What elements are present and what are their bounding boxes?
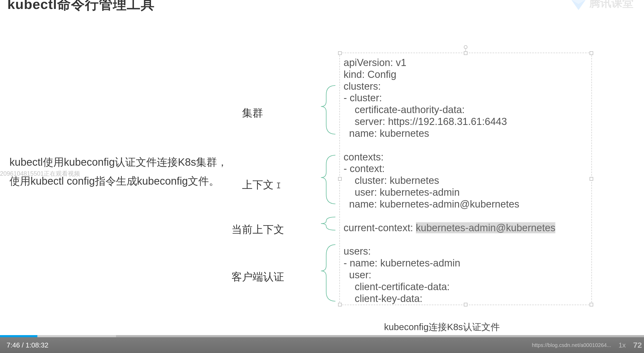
resize-handle-tr[interactable] bbox=[590, 51, 593, 55]
config-textbox[interactable]: apiVersion: v1 kind: Config clusters: - … bbox=[339, 53, 592, 305]
resize-handle-tl[interactable] bbox=[338, 51, 342, 55]
highlighted-context-value: kubernetes-admin@kubernetes bbox=[416, 222, 556, 233]
config-caption: kubeconfig连接K8s认证文件 bbox=[384, 321, 500, 333]
resize-handle-mt[interactable] bbox=[464, 51, 467, 55]
config-content: apiVersion: v1 kind: Config clusters: - … bbox=[344, 57, 555, 304]
text-cursor-icon: I bbox=[276, 181, 281, 190]
resize-handle-bl[interactable] bbox=[338, 303, 342, 306]
player-right-info: https://blog.csdn.net/a00010264... 1x 72 bbox=[532, 341, 642, 350]
label-current-context: 当前上下文 bbox=[232, 222, 284, 237]
resize-handle-mr[interactable] bbox=[590, 177, 593, 181]
resize-handle-ml[interactable] bbox=[338, 177, 342, 181]
resize-handle-br[interactable] bbox=[590, 303, 593, 306]
watermark-text: 腾讯课堂 bbox=[589, 0, 633, 10]
video-player-bar[interactable]: 7:46 / 1:08:32 https://blog.csdn.net/a00… bbox=[0, 337, 644, 353]
label-cluster: 集群 bbox=[242, 106, 263, 120]
rotate-handle[interactable] bbox=[464, 45, 467, 49]
description-line-1: kubectl使用kubeconfig认证文件连接K8s集群， bbox=[9, 153, 228, 172]
page-title: kubectl命令行管理工具 bbox=[7, 0, 155, 14]
source-url-hint: https://blog.csdn.net/a00010264... bbox=[532, 342, 611, 348]
label-context: 上下文I bbox=[242, 178, 281, 192]
diamond-icon bbox=[570, 0, 587, 11]
progress-track[interactable] bbox=[0, 335, 644, 337]
brace-connectors bbox=[310, 55, 339, 302]
playback-time: 7:46 / 1:08:32 bbox=[7, 341, 48, 349]
viewer-overlay: 2096104815501正在观看视频 bbox=[0, 170, 80, 178]
progress-played bbox=[0, 335, 37, 337]
watermark-logo: 腾讯课堂 bbox=[570, 0, 633, 11]
playback-speed[interactable]: 1x bbox=[618, 341, 626, 349]
label-client-auth: 客户端认证 bbox=[232, 270, 284, 284]
player-right-number: 72 bbox=[633, 341, 642, 350]
